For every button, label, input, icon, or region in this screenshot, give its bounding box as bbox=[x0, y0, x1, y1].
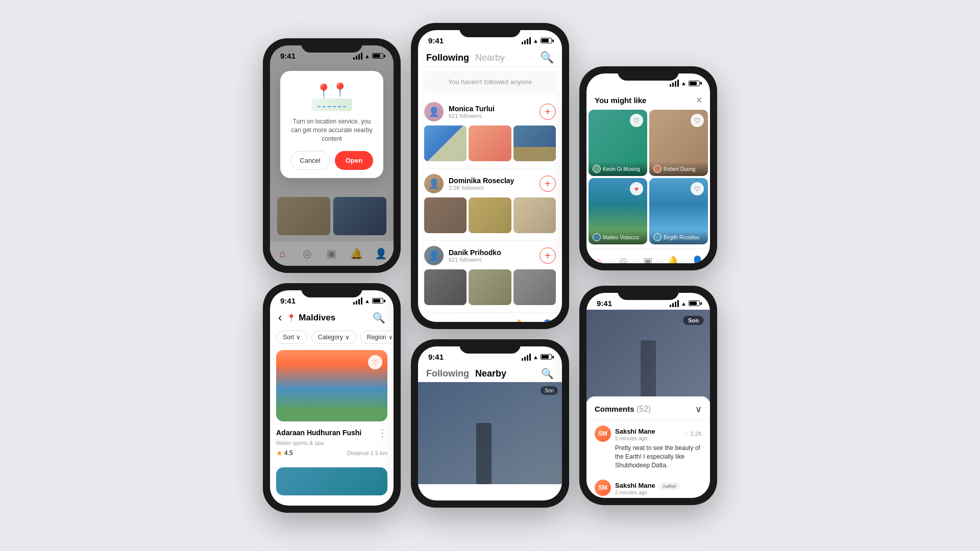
category-filter[interactable]: Category ∨ bbox=[311, 331, 356, 344]
user-photos-monica bbox=[424, 126, 556, 161]
map-pin-1-icon: 📍 bbox=[315, 84, 332, 97]
phone-notch-4 bbox=[301, 283, 362, 297]
wifi-icon-2: ▲ bbox=[533, 38, 538, 44]
user-details-monica: Monica Turlui 621 followers bbox=[449, 105, 540, 119]
nav-add-2[interactable]: ▣ bbox=[483, 318, 497, 322]
phone-screen-4: 9:41 ▲ ‹ bbox=[270, 290, 394, 506]
collapse-icon[interactable]: ∨ bbox=[695, 404, 702, 415]
star-icon: ★ bbox=[276, 449, 283, 457]
place-meta: ★ 4.5 Distance-1.5 km bbox=[276, 449, 387, 457]
category-label: Category bbox=[318, 334, 343, 341]
comment-header-2: SM Sakshi Mane Author 2 minutes ago bbox=[595, 480, 702, 496]
nav-home-3[interactable]: ⌂ bbox=[592, 254, 606, 263]
like-btn-2[interactable]: ♡ bbox=[691, 114, 704, 127]
phone-screen-5: 9:41 ▲ Following Ne bbox=[418, 346, 562, 500]
search-button-2[interactable]: 🔍 bbox=[540, 51, 554, 64]
wifi-icon-5: ▲ bbox=[533, 354, 538, 360]
avatar-dominika: 👤 bbox=[424, 174, 444, 193]
signal-bars-5 bbox=[522, 354, 531, 361]
follow-button-dominika[interactable]: + bbox=[540, 176, 556, 192]
post-photo-6: Son bbox=[586, 310, 710, 402]
dialog-buttons: Cancel Open bbox=[290, 151, 373, 170]
search-button-5[interactable]: 🔍 bbox=[541, 367, 554, 380]
region-filter[interactable]: Region ∨ bbox=[360, 331, 394, 344]
user-followers-dominika: 2.5K followers bbox=[449, 185, 540, 191]
follow-button-danik[interactable]: + bbox=[540, 247, 556, 264]
signal-bars-2 bbox=[522, 37, 531, 44]
nav-compass-3[interactable]: ◎ bbox=[617, 254, 631, 263]
phone-screen-6: 9:41 ▲ Son bbox=[586, 293, 710, 498]
nav-user-2[interactable]: 👤 bbox=[541, 318, 555, 322]
phone-notch-6 bbox=[618, 286, 679, 300]
user-details-dominika: Dominika Roseclay 2.5K followers bbox=[449, 177, 540, 191]
overlay-name-2: Robert Duong bbox=[664, 166, 695, 172]
tab-following[interactable]: Following bbox=[426, 53, 469, 63]
comment-like-1[interactable]: ♡ 3.2K bbox=[683, 431, 702, 437]
like-btn-3[interactable]: ♥ bbox=[630, 182, 643, 195]
nav-user-3[interactable]: 👤 bbox=[691, 254, 705, 263]
nav-home-2[interactable]: ⌂ bbox=[425, 318, 439, 322]
overlay-name-1: Kevin Gi Musing bbox=[603, 166, 640, 172]
user-details-danik: Danik Prihodko 621 followers bbox=[449, 248, 540, 263]
follow-button-monica[interactable]: + bbox=[540, 104, 556, 120]
user-photos-dominika bbox=[424, 197, 556, 233]
status-time-4: 9:41 bbox=[280, 296, 296, 305]
tab-nearby[interactable]: Nearby bbox=[475, 53, 505, 63]
phone-maldives: 9:41 ▲ ‹ bbox=[263, 283, 401, 513]
figure-silhouette bbox=[463, 403, 504, 484]
phone-following-main: 9:41 ▲ Following Ne bbox=[411, 23, 569, 329]
back-button[interactable]: ‹ bbox=[278, 311, 282, 324]
nav-compass-2[interactable]: ◎ bbox=[454, 318, 469, 322]
phone-you-might-like: ▲ You might like × ♡ Kev bbox=[579, 66, 717, 270]
nav-bell-3[interactable]: 🔔 bbox=[666, 254, 680, 263]
wifi-icon-4: ▲ bbox=[364, 298, 370, 304]
search-icon-4[interactable]: 🔍 bbox=[373, 312, 385, 324]
status-time-2: 9:41 bbox=[428, 36, 444, 45]
tab-nearby-5[interactable]: Nearby bbox=[475, 368, 506, 379]
cancel-button[interactable]: Cancel bbox=[290, 151, 330, 170]
tab-header-2: Following Nearby 🔍 bbox=[418, 47, 562, 67]
dialog-illustration: 📍 📍 bbox=[311, 83, 352, 111]
user-photo-monica-3 bbox=[513, 126, 556, 161]
like-button-place-1[interactable]: ♡ bbox=[368, 355, 382, 369]
user-photo-dominika-1 bbox=[424, 197, 467, 233]
commenter-info-2: SM Sakshi Mane Author 2 minutes ago bbox=[595, 480, 679, 496]
sort-chevron: ∨ bbox=[296, 334, 301, 341]
comment-1: SM Sakshi Mane 5 minutes ago ♡ 3.2K bbox=[586, 420, 710, 474]
close-icon-3[interactable]: × bbox=[696, 95, 702, 106]
user-photo-monica-1 bbox=[424, 126, 467, 161]
post-label-5: Son bbox=[541, 386, 558, 395]
comment-time-2: 2 minutes ago bbox=[615, 490, 679, 495]
comment-time-1: 5 minutes ago bbox=[615, 436, 655, 441]
user-name-danik: Danik Prihodko bbox=[449, 248, 540, 257]
like-btn-4[interactable]: ♡ bbox=[691, 182, 704, 195]
like-btn-1[interactable]: ♡ bbox=[630, 114, 643, 127]
battery-6 bbox=[689, 300, 700, 306]
photo-overlay-1: Kevin Gi Musing bbox=[589, 162, 647, 176]
bottom-nav-3: ⌂ ◎ ▣ 🔔 👤 bbox=[586, 248, 710, 263]
tab-following-5[interactable]: Following bbox=[426, 368, 469, 379]
commenter-info-1: SM Sakshi Mane 5 minutes ago bbox=[595, 425, 655, 442]
more-button[interactable]: ⋮ bbox=[377, 427, 387, 439]
battery-3 bbox=[689, 81, 700, 86]
overlay-avatar-1 bbox=[593, 165, 601, 173]
user-photos-danik bbox=[424, 269, 556, 305]
person-silhouette bbox=[641, 340, 656, 402]
comment-text-1: Pretty neat to see the beauty of the Ear… bbox=[595, 444, 702, 469]
overlay-avatar-4 bbox=[653, 233, 662, 241]
photo-card-2: ♡ Robert Duong bbox=[649, 110, 708, 176]
phone-screen-1: 9:41 ▲ bbox=[270, 45, 394, 266]
overlay-name-4: Birgith Roosilou bbox=[664, 235, 699, 240]
nav-add-3[interactable]: ▣ bbox=[641, 254, 655, 263]
like-count-1: 3.2K bbox=[690, 431, 702, 437]
commenter-name-1: Sakshi Mane bbox=[615, 428, 655, 435]
comments-count: (52) bbox=[636, 405, 651, 413]
photo-overlay-3: Matteo Vistocco bbox=[589, 230, 647, 244]
post-photo-5: Son bbox=[418, 382, 562, 484]
sort-filter[interactable]: Sort ∨ bbox=[276, 331, 307, 344]
user-photo-dominika-2 bbox=[469, 197, 511, 233]
you-might-like-header: You might like × bbox=[586, 89, 710, 110]
phone-screen-3: ▲ You might like × ♡ Kev bbox=[586, 73, 710, 263]
nav-bell-2[interactable]: 🔔 bbox=[511, 318, 526, 322]
open-button[interactable]: Open bbox=[335, 151, 373, 170]
